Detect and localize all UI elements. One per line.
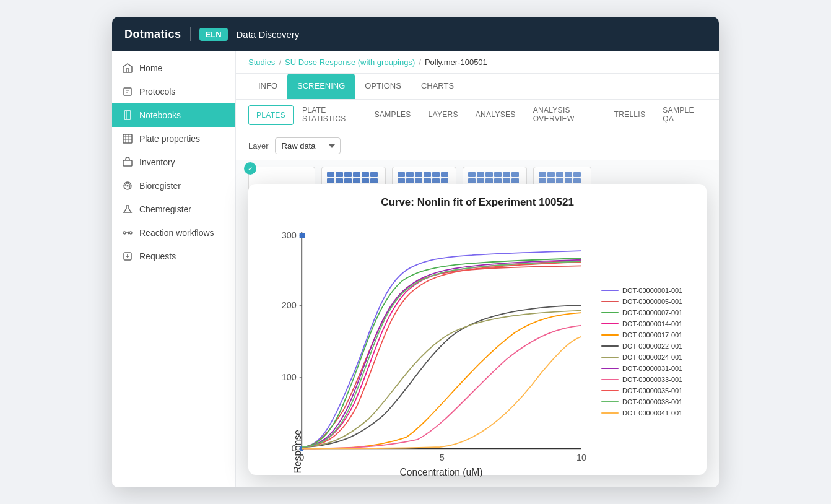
sidebar-chem-label: Chemregister (139, 204, 191, 214)
sub-tab-plate-statistics[interactable]: PLATE STATISTICS (294, 100, 366, 131)
sidebar-item-plate-properties[interactable]: Plate properties (112, 127, 235, 150)
sidebar-item-inventory[interactable]: Inventory (112, 150, 235, 174)
legend-item-7: DOT-00000031-001 (601, 365, 694, 372)
svg-rect-74 (336, 178, 343, 183)
legend-line-9 (601, 390, 619, 391)
sidebar-item-home[interactable]: Home (112, 56, 235, 80)
svg-rect-3 (124, 111, 131, 119)
sidebar-item-requests[interactable]: Requests (112, 245, 235, 268)
svg-rect-222 (565, 178, 572, 183)
sub-tab-plates[interactable]: PLATES (248, 105, 294, 125)
svg-rect-124 (415, 178, 422, 183)
legend-label-5: DOT-00000022-001 (622, 342, 682, 350)
legend-label-4: DOT-00000017-001 (622, 331, 682, 339)
sub-tab-trellis[interactable]: TRELLIS (606, 104, 655, 126)
sidebar-item-protocols[interactable]: Protocols (112, 80, 235, 103)
svg-rect-215 (547, 172, 555, 177)
nav-eln-tag: ELN (199, 28, 228, 41)
legend-item-8: DOT-00000033-001 (601, 376, 694, 383)
tab-charts[interactable]: CHARTS (411, 74, 464, 99)
legend-label-0: DOT-00000001-001 (622, 287, 682, 294)
svg-rect-170 (511, 172, 519, 177)
tab-screening[interactable]: SCREENING (287, 74, 355, 99)
legend-line-1 (601, 301, 619, 302)
svg-text:0: 0 (299, 453, 304, 463)
sidebar-notebooks-label: Notebooks (139, 110, 181, 120)
legend-label-1: DOT-00000005-001 (622, 298, 682, 305)
app-container: Dotmatics ELN Data Discovery Home Protoc… (112, 17, 719, 487)
sidebar-item-notebooks[interactable]: Notebooks (112, 103, 235, 127)
svg-rect-117 (406, 172, 414, 177)
notebooks-icon (122, 110, 133, 121)
svg-rect-77 (362, 178, 369, 183)
legend-item-11: DOT-00000041-001 (601, 409, 694, 417)
chart-legend: DOT-00000001-001 DOT-00000005-001 DOT-00… (595, 217, 694, 486)
legend-label-6: DOT-00000024-001 (622, 354, 682, 361)
svg-rect-72 (370, 172, 378, 177)
sidebar-reaction-label: Reaction workflows (139, 228, 214, 238)
sidebar-plate-label: Plate properties (139, 134, 200, 144)
svg-rect-221 (556, 178, 563, 183)
legend-line-5 (601, 345, 619, 347)
layer-row: Layer Raw data Normalized Fitted (236, 131, 719, 160)
svg-rect-127 (441, 178, 448, 183)
svg-rect-120 (432, 172, 440, 177)
legend-label-7: DOT-00000031-001 (622, 365, 682, 372)
svg-rect-168 (494, 172, 502, 177)
sub-tab-analyses[interactable]: ANALYSES (467, 104, 524, 126)
sidebar-item-reaction-workflows[interactable]: Reaction workflows (112, 221, 235, 245)
svg-text:100: 100 (282, 372, 297, 382)
svg-rect-69 (344, 172, 352, 177)
svg-rect-67 (327, 172, 334, 177)
sub-tab-layers[interactable]: LAYERS (420, 104, 467, 126)
svg-rect-71 (362, 172, 369, 177)
breadcrumb-current: Polly.mer-100501 (425, 58, 487, 67)
breadcrumb-sep1: / (279, 58, 281, 67)
sidebar: Home Protocols Notebooks Plate propertie… (112, 51, 236, 487)
svg-rect-118 (415, 172, 422, 177)
legend-line-7 (601, 368, 619, 369)
tab-info[interactable]: INFO (248, 74, 287, 99)
legend-line-8 (601, 379, 619, 380)
svg-rect-219 (539, 178, 546, 183)
svg-rect-169 (503, 172, 510, 177)
plate-icon (122, 133, 133, 144)
svg-point-14 (123, 232, 126, 234)
brand-logo: Dotmatics (124, 28, 181, 41)
svg-rect-126 (432, 178, 440, 183)
legend-item-1: DOT-00000005-001 (601, 298, 694, 305)
sub-tab-analysis-overview[interactable]: ANALYSIS OVERVIEW (524, 100, 606, 131)
svg-rect-78 (370, 178, 378, 183)
breadcrumb-studies[interactable]: Studies (248, 58, 275, 67)
layer-select[interactable]: Raw data Normalized Fitted (275, 137, 341, 154)
svg-rect-172 (477, 178, 484, 183)
legend-item-9: DOT-00000035-001 (601, 387, 694, 394)
legend-line-10 (601, 401, 619, 402)
legend-line-0 (601, 290, 619, 291)
svg-rect-223 (573, 178, 581, 183)
plate-check-icon: ✓ (244, 162, 256, 175)
legend-line-2 (601, 312, 619, 313)
svg-rect-122 (398, 178, 405, 183)
sub-tab-sample-qa[interactable]: SAMPLE QA (654, 100, 707, 131)
chart-content: Response 0 100 200 300 (261, 217, 694, 486)
legend-item-2: DOT-00000007-001 (601, 309, 694, 316)
sidebar-requests-label: Requests (139, 251, 176, 261)
svg-text:5: 5 (440, 453, 445, 463)
sidebar-protocols-label: Protocols (139, 87, 175, 97)
legend-line-3 (601, 323, 619, 324)
svg-text:Concentration (uM): Concentration (uM) (400, 467, 483, 477)
svg-rect-76 (353, 178, 360, 183)
chart-overlay: Curve: Nonlin fit of Experiment 100521 R… (248, 184, 707, 475)
svg-rect-68 (336, 172, 343, 177)
sidebar-item-chemregister[interactable]: Chemregister (112, 198, 235, 221)
svg-rect-75 (344, 178, 352, 183)
breadcrumb-experiment[interactable]: SU Dose Response (with groupings) (285, 58, 415, 67)
sidebar-item-bioregister[interactable]: Bioregister (112, 174, 235, 198)
tabs-row: INFO SCREENING OPTIONS CHARTS (236, 74, 719, 100)
sub-tab-samples[interactable]: SAMPLES (366, 104, 420, 126)
requests-icon (122, 251, 133, 262)
layer-label: Layer (248, 141, 269, 150)
home-icon (122, 63, 133, 74)
tab-options[interactable]: OPTIONS (355, 74, 411, 99)
